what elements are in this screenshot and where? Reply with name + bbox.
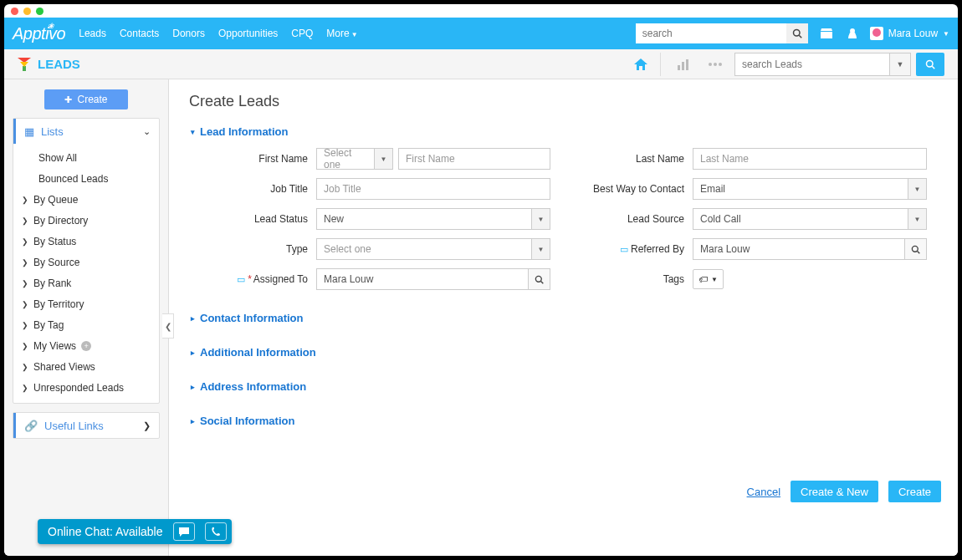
card-icon: ▭ [237, 274, 245, 284]
chevron-down-icon: ⌄ [143, 126, 151, 137]
chevron-down-icon: ▼ [374, 149, 392, 169]
user-avatar-icon [870, 27, 883, 40]
module-search-dropdown[interactable]: ▼ [889, 53, 911, 76]
sidebar-item-label: By Tag [33, 319, 64, 331]
field-assigned-to: ▭*Assigned To Mara Louw [191, 268, 550, 290]
chevron-right-icon: ❯ [22, 196, 32, 204]
section-label: Contact Information [200, 312, 304, 324]
sidebar-item-bounced[interactable]: Bounced Leads [13, 168, 159, 189]
module-title-label: LEADS [38, 57, 80, 71]
chevron-down-icon: ▼ [531, 239, 550, 259]
chevron-down-icon: ▼ [908, 209, 926, 229]
dashboard-button[interactable] [669, 53, 698, 76]
module-title[interactable]: LEADS [18, 57, 80, 71]
search-icon [535, 275, 544, 284]
nav-more-label: More [326, 28, 349, 39]
nav-cpq[interactable]: CPQ [291, 28, 313, 39]
chevron-right-icon: ❯ [22, 384, 32, 392]
assigned-to-lookup[interactable]: Mara Louw [316, 268, 550, 290]
maximize-window-dot[interactable] [36, 8, 43, 15]
referred-by-lookup[interactable]: Mara Louw [693, 238, 927, 260]
section-lead-info[interactable]: ▾ Lead Information [191, 125, 941, 138]
chevron-right-icon: ❯ [22, 300, 32, 308]
last-name-input[interactable]: Last Name [693, 148, 927, 170]
create-submit-button[interactable]: Create [888, 481, 941, 502]
sidebar-item-by-queue[interactable]: ❯By Queue [13, 189, 159, 210]
module-search-button[interactable] [916, 53, 944, 76]
lookup-value: Mara Louw [693, 243, 904, 255]
create-and-new-button[interactable]: Create & New [791, 481, 878, 502]
first-name-input[interactable]: First Name [398, 148, 550, 170]
sidebar-item-show-all[interactable]: Show All [13, 147, 159, 168]
global-search-input[interactable] [636, 23, 786, 43]
chevron-right-icon: ▸ [191, 417, 195, 425]
section-contact-info[interactable]: ▸ Contact Information [191, 312, 941, 324]
section-social-info[interactable]: ▸ Social Information [191, 415, 941, 427]
nav-more[interactable]: More▼ [326, 28, 357, 39]
minimize-window-dot[interactable] [23, 8, 31, 15]
best-contact-select[interactable]: Email ▼ [693, 178, 927, 200]
chevron-right-icon: ▸ [191, 349, 195, 357]
brand-text: Apptivo [13, 24, 65, 43]
chat-bar[interactable]: Online Chat: Available [38, 519, 232, 544]
store-icon[interactable] [820, 28, 835, 39]
type-select[interactable]: Select one ▼ [316, 238, 550, 260]
svg-point-8 [719, 63, 722, 66]
sidebar-item-by-directory[interactable]: ❯By Directory [13, 210, 159, 231]
more-options-button[interactable] [701, 53, 729, 76]
tags-button[interactable]: 🏷 ▼ [693, 269, 724, 289]
svg-line-10 [932, 66, 934, 69]
nav-opportunities[interactable]: Opportunities [218, 28, 278, 39]
sidebar-item-by-status[interactable]: ❯By Status [13, 231, 159, 252]
section-additional-info[interactable]: ▸ Additional Information [191, 346, 941, 359]
home-button[interactable] [627, 53, 655, 76]
svg-rect-3 [678, 65, 680, 70]
sidebar-item-by-territory[interactable]: ❯By Territory [13, 293, 159, 314]
module-search-input[interactable] [734, 53, 889, 76]
global-search [636, 23, 808, 43]
app-logo[interactable]: Apptivo ❀ [13, 24, 65, 43]
lead-source-select[interactable]: Cold Call ▼ [693, 208, 927, 230]
section-address-info[interactable]: ▸ Address Information [191, 380, 941, 393]
sidebar-item-by-tag[interactable]: ❯By Tag [13, 314, 159, 335]
nav-donors[interactable]: Donors [172, 28, 205, 39]
lead-status-select[interactable]: New ▼ [316, 208, 550, 230]
lookup-search-button[interactable] [904, 239, 926, 259]
field-type: Type Select one ▼ [191, 238, 550, 260]
close-window-dot[interactable] [11, 8, 18, 15]
sidebar-useful-links-header[interactable]: 🔗 Useful Links ❯ [13, 413, 159, 438]
sidebar-collapse-handle[interactable]: ❮ [162, 313, 174, 339]
sidebar-item-label: By Status [33, 236, 76, 247]
first-name-prefix-select[interactable]: Select one ▼ [316, 148, 393, 170]
notifications-icon[interactable] [847, 28, 862, 39]
job-title-input[interactable]: Job Title [316, 178, 550, 200]
add-view-icon[interactable]: + [81, 341, 91, 351]
grid-icon: ▦ [24, 125, 34, 138]
cancel-link[interactable]: Cancel [747, 486, 780, 498]
nav-contacts[interactable]: Contacts [120, 28, 159, 39]
user-menu[interactable]: Mara Louw ▼ [870, 27, 949, 40]
sidebar-item-unresponded[interactable]: ❯Unresponded Leads [13, 377, 159, 398]
create-button[interactable]: ✚ Create [44, 89, 128, 109]
nav-leads[interactable]: Leads [79, 28, 106, 39]
sidebar-lists-header[interactable]: ▦ Lists ⌄ [13, 119, 159, 144]
field-best-contact: Best Way to Contact Email ▼ [567, 178, 927, 200]
sidebar-item-shared-views[interactable]: ❯Shared Views [13, 356, 159, 377]
label-lead-source: Lead Source [567, 213, 693, 225]
sidebar-item-by-rank[interactable]: ❯By Rank [13, 272, 159, 293]
chat-call-button[interactable] [205, 522, 227, 541]
sidebar-item-my-views[interactable]: ❯My Views+ [13, 335, 159, 356]
content-area: Create Leads ▾ Lead Information First Na… [169, 79, 958, 556]
sidebar-item-label: Unresponded Leads [33, 382, 124, 394]
funnel-icon [18, 58, 31, 71]
chevron-right-icon: ❯ [22, 321, 32, 329]
svg-point-7 [714, 63, 717, 66]
field-referred-by: ▭Referred By Mara Louw [567, 238, 927, 260]
select-value: Email [693, 183, 908, 195]
sidebar-item-label: By Rank [33, 277, 71, 289]
search-icon [911, 245, 920, 254]
chat-message-button[interactable] [173, 522, 195, 541]
sidebar-item-by-source[interactable]: ❯By Source [13, 252, 159, 272]
lookup-search-button[interactable] [528, 269, 550, 289]
global-search-button[interactable] [786, 23, 808, 43]
